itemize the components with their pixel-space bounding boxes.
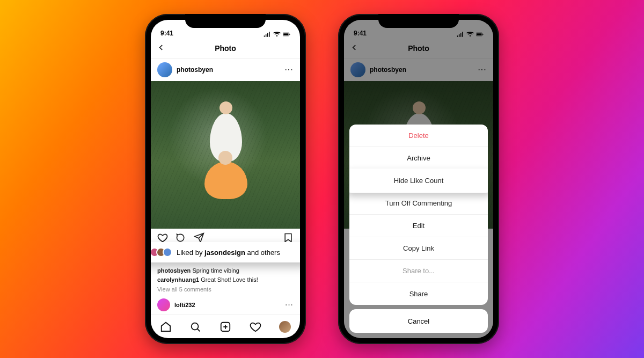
sheet-item-share[interactable]: Share [349, 282, 488, 305]
action-sheet-options: Delete Archive Hide Like Count Turn Off … [349, 125, 488, 305]
share-icon[interactable] [194, 232, 204, 243]
phone-notch [378, 14, 459, 28]
post-header: photosbyen ··· [151, 59, 300, 81]
wifi-icon [273, 32, 281, 37]
action-sheet: Delete Archive Hide Like Count Turn Off … [349, 125, 488, 333]
bookmark-icon[interactable] [283, 232, 294, 243]
sheet-item-delete[interactable]: Delete [349, 125, 488, 147]
username-label[interactable]: photosbyen [177, 66, 213, 74]
screen-left: 9:41 Photo photosbyen ··· [151, 20, 300, 338]
svg-rect-1 [283, 33, 288, 35]
nav-header: Photo [151, 38, 300, 59]
search-icon[interactable] [189, 321, 201, 333]
more-button[interactable]: ··· [286, 302, 294, 308]
commenter-username[interactable]: lofti232 [174, 302, 195, 308]
profile-tab-avatar[interactable] [279, 321, 291, 333]
liker-avatar-stack [151, 247, 172, 257]
avatar[interactable] [157, 62, 172, 77]
status-time: 9:41 [160, 30, 173, 37]
comment-icon[interactable] [175, 232, 186, 243]
back-button[interactable] [156, 42, 166, 54]
svg-point-3 [192, 323, 199, 330]
liked-by-callout[interactable]: Liked by jasondesign and others [151, 242, 300, 262]
home-icon[interactable] [160, 321, 172, 333]
action-sheet-cancel: Cancel [349, 309, 488, 333]
sheet-item-turn-off-commenting[interactable]: Turn Off Commenting [349, 192, 488, 215]
svg-rect-2 [289, 34, 290, 35]
nav-title: Photo [215, 44, 236, 53]
sheet-item-edit[interactable]: Edit [349, 215, 488, 237]
sheet-item-hide-like-count[interactable]: Hide Like Count [349, 169, 488, 193]
sheet-cancel-button[interactable]: Cancel [349, 309, 488, 333]
status-indicators [264, 32, 290, 37]
comment-line: carolynhuang1 Great Shot! Love this! [157, 275, 294, 284]
activity-icon[interactable] [250, 321, 261, 333]
caption-line: photosbyen Spring time vibing [157, 266, 294, 275]
more-button[interactable]: ··· [285, 66, 294, 74]
sheet-item-archive[interactable]: Archive [349, 147, 488, 170]
like-icon[interactable] [157, 232, 168, 243]
phone-notch [185, 14, 266, 28]
phone-left: 9:41 Photo photosbyen ··· [145, 14, 306, 344]
phone-right: 9:41 Photo photosbyen ··· [338, 14, 499, 344]
recent-commenter-row: lofti232 ··· [151, 296, 300, 314]
signal-icon [264, 32, 271, 37]
avatar[interactable] [157, 298, 170, 311]
svg-line-4 [197, 328, 200, 331]
tab-bar [151, 315, 300, 338]
liked-by-text: Liked by jasondesign and others [177, 249, 280, 257]
new-post-icon[interactable] [219, 321, 231, 333]
post-image[interactable] [151, 81, 300, 229]
battery-icon [283, 32, 290, 37]
chevron-left-icon [156, 42, 166, 52]
view-all-comments[interactable]: View all 5 comments [151, 286, 300, 293]
sheet-item-copy-link[interactable]: Copy Link [349, 237, 488, 260]
screen-right: 9:41 Photo photosbyen ··· [344, 20, 493, 338]
sheet-item-share-to[interactable]: Share to... [349, 260, 488, 282]
